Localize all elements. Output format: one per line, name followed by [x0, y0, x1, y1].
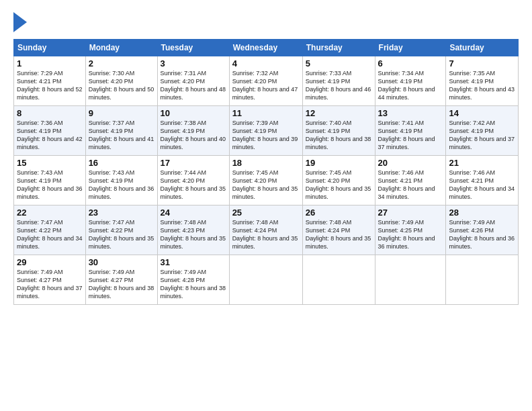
sunrise-label: Sunrise: 7:45 AM — [306, 169, 352, 176]
calendar-cell: 4Sunrise: 7:32 AMSunset: 4:20 PMDaylight… — [229, 56, 302, 106]
calendar-cell: 30Sunrise: 7:49 AMSunset: 4:27 PMDayligh… — [85, 255, 157, 305]
sunset-label: Sunset: 4:19 PM — [17, 177, 62, 184]
sunrise-label: Sunrise: 7:44 AM — [161, 169, 207, 176]
day-info: Sunrise: 7:48 AMSunset: 4:24 PMDaylight:… — [232, 218, 300, 251]
sunrise-label: Sunrise: 7:49 AM — [161, 269, 207, 275]
daylight-label: Daylight: 8 hours and 35 minutes. — [306, 185, 371, 200]
sunrise-label: Sunrise: 7:46 AM — [449, 169, 495, 176]
daylight-label: Daylight: 8 hours and 34 minutes. — [449, 185, 515, 200]
svg-marker-0 — [13, 12, 27, 32]
day-info: Sunrise: 7:47 AMSunset: 4:22 PMDaylight:… — [17, 218, 83, 251]
daylight-label: Daylight: 8 hours and 35 minutes. — [232, 185, 298, 200]
sunset-label: Sunset: 4:20 PM — [89, 78, 134, 85]
sunrise-label: Sunrise: 7:35 AM — [449, 70, 495, 77]
day-number: 20 — [378, 158, 443, 168]
sunrise-label: Sunrise: 7:49 AM — [89, 269, 135, 275]
sunset-label: Sunset: 4:27 PM — [89, 277, 134, 283]
day-info: Sunrise: 7:32 AMSunset: 4:20 PMDaylight:… — [232, 69, 300, 102]
day-info: Sunrise: 7:46 AMSunset: 4:21 PMDaylight:… — [378, 169, 443, 201]
daylight-label: Daylight: 8 hours and 36 minutes. — [449, 235, 515, 250]
day-info: Sunrise: 7:49 AMSunset: 4:25 PMDaylight:… — [378, 218, 443, 251]
calendar-cell: 2Sunrise: 7:30 AMSunset: 4:20 PMDaylight… — [85, 56, 157, 106]
daylight-label: Daylight: 8 hours and 43 minutes. — [449, 86, 515, 101]
calendar-cell — [229, 255, 302, 305]
daylight-label: Daylight: 8 hours and 42 minutes. — [17, 136, 83, 150]
calendar-header-row: SundayMondayTuesdayWednesdayThursdayFrid… — [14, 40, 519, 56]
sunrise-label: Sunrise: 7:48 AM — [232, 219, 279, 226]
calendar-cell: 9Sunrise: 7:37 AMSunset: 4:19 PMDaylight… — [85, 106, 157, 156]
sunset-label: Sunset: 4:19 PM — [449, 78, 494, 85]
calendar-cell: 20Sunrise: 7:46 AMSunset: 4:21 PMDayligh… — [375, 156, 446, 205]
day-info: Sunrise: 7:30 AMSunset: 4:20 PMDaylight:… — [89, 69, 154, 102]
sunset-label: Sunset: 4:19 PM — [449, 128, 494, 134]
day-number: 30 — [89, 257, 154, 267]
daylight-label: Daylight: 8 hours and 34 minutes. — [378, 185, 435, 200]
day-number: 26 — [306, 208, 372, 218]
sunrise-label: Sunrise: 7:49 AM — [378, 219, 425, 226]
day-number: 10 — [161, 108, 226, 118]
sunset-label: Sunset: 4:19 PM — [89, 177, 134, 184]
day-info: Sunrise: 7:29 AMSunset: 4:21 PMDaylight:… — [17, 69, 83, 102]
day-number: 28 — [449, 208, 515, 218]
day-info: Sunrise: 7:34 AMSunset: 4:19 PMDaylight:… — [378, 69, 443, 102]
calendar-cell: 15Sunrise: 7:43 AMSunset: 4:19 PMDayligh… — [14, 156, 86, 205]
sunrise-label: Sunrise: 7:36 AM — [17, 120, 63, 126]
sunset-label: Sunset: 4:20 PM — [232, 177, 277, 184]
calendar-cell: 17Sunrise: 7:44 AMSunset: 4:20 PMDayligh… — [157, 156, 229, 205]
day-info: Sunrise: 7:40 AMSunset: 4:19 PMDaylight:… — [306, 119, 372, 152]
calendar-cell — [375, 255, 446, 305]
daylight-label: Daylight: 8 hours and 40 minutes. — [161, 136, 226, 150]
sunrise-label: Sunrise: 7:41 AM — [378, 120, 425, 126]
sunrise-label: Sunrise: 7:30 AM — [89, 70, 135, 77]
sunset-label: Sunset: 4:27 PM — [17, 277, 62, 283]
daylight-label: Daylight: 8 hours and 36 minutes. — [378, 235, 435, 250]
sunrise-label: Sunrise: 7:32 AM — [232, 70, 279, 77]
sunset-label: Sunset: 4:26 PM — [449, 227, 494, 234]
day-number: 17 — [161, 158, 226, 168]
day-info: Sunrise: 7:35 AMSunset: 4:19 PMDaylight:… — [449, 69, 515, 102]
day-info: Sunrise: 7:48 AMSunset: 4:24 PMDaylight:… — [306, 218, 372, 251]
sunrise-label: Sunrise: 7:49 AM — [17, 269, 63, 275]
sunrise-label: Sunrise: 7:39 AM — [232, 120, 279, 126]
daylight-label: Daylight: 8 hours and 37 minutes. — [449, 136, 515, 150]
day-info: Sunrise: 7:45 AMSunset: 4:20 PMDaylight:… — [232, 169, 300, 201]
daylight-label: Daylight: 8 hours and 38 minutes. — [306, 136, 371, 150]
day-header-saturday: Saturday — [446, 40, 519, 56]
sunrise-label: Sunrise: 7:45 AM — [232, 169, 279, 176]
calendar-week-row-2: 8Sunrise: 7:36 AMSunset: 4:19 PMDaylight… — [14, 106, 519, 156]
day-info: Sunrise: 7:42 AMSunset: 4:19 PMDaylight:… — [449, 119, 515, 152]
calendar-cell: 14Sunrise: 7:42 AMSunset: 4:19 PMDayligh… — [446, 106, 519, 156]
sunset-label: Sunset: 4:19 PM — [232, 128, 277, 134]
day-header-wednesday: Wednesday — [229, 40, 302, 56]
sunrise-label: Sunrise: 7:31 AM — [161, 70, 207, 77]
calendar-cell — [446, 255, 519, 305]
sunset-label: Sunset: 4:21 PM — [17, 78, 62, 85]
day-number: 8 — [17, 108, 83, 118]
sunrise-label: Sunrise: 7:40 AM — [306, 120, 352, 126]
day-info: Sunrise: 7:31 AMSunset: 4:20 PMDaylight:… — [161, 69, 226, 102]
calendar-week-row-1: 1Sunrise: 7:29 AMSunset: 4:21 PMDaylight… — [14, 56, 519, 106]
sunset-label: Sunset: 4:22 PM — [17, 227, 62, 234]
daylight-label: Daylight: 8 hours and 37 minutes. — [378, 136, 435, 150]
sunset-label: Sunset: 4:19 PM — [161, 128, 206, 134]
day-number: 3 — [161, 58, 226, 68]
day-number: 1 — [17, 58, 83, 68]
day-number: 15 — [17, 158, 83, 168]
calendar-cell: 12Sunrise: 7:40 AMSunset: 4:19 PMDayligh… — [302, 106, 375, 156]
day-info: Sunrise: 7:38 AMSunset: 4:19 PMDaylight:… — [161, 119, 226, 152]
calendar-cell: 6Sunrise: 7:34 AMSunset: 4:19 PMDaylight… — [375, 56, 446, 106]
day-info: Sunrise: 7:49 AMSunset: 4:28 PMDaylight:… — [161, 268, 226, 301]
sunrise-label: Sunrise: 7:33 AM — [306, 70, 352, 77]
calendar-cell: 18Sunrise: 7:45 AMSunset: 4:20 PMDayligh… — [229, 156, 302, 205]
daylight-label: Daylight: 8 hours and 48 minutes. — [161, 86, 226, 101]
calendar-cell: 26Sunrise: 7:48 AMSunset: 4:24 PMDayligh… — [302, 205, 375, 255]
calendar-cell: 16Sunrise: 7:43 AMSunset: 4:19 PMDayligh… — [85, 156, 157, 205]
calendar-cell: 23Sunrise: 7:47 AMSunset: 4:22 PMDayligh… — [85, 205, 157, 255]
sunset-label: Sunset: 4:20 PM — [161, 78, 206, 85]
header — [13, 12, 519, 32]
daylight-label: Daylight: 8 hours and 35 minutes. — [161, 235, 226, 250]
day-info: Sunrise: 7:41 AMSunset: 4:19 PMDaylight:… — [378, 119, 443, 152]
daylight-label: Daylight: 8 hours and 47 minutes. — [232, 86, 298, 101]
sunrise-label: Sunrise: 7:42 AM — [449, 120, 495, 126]
sunrise-label: Sunrise: 7:48 AM — [161, 219, 207, 226]
